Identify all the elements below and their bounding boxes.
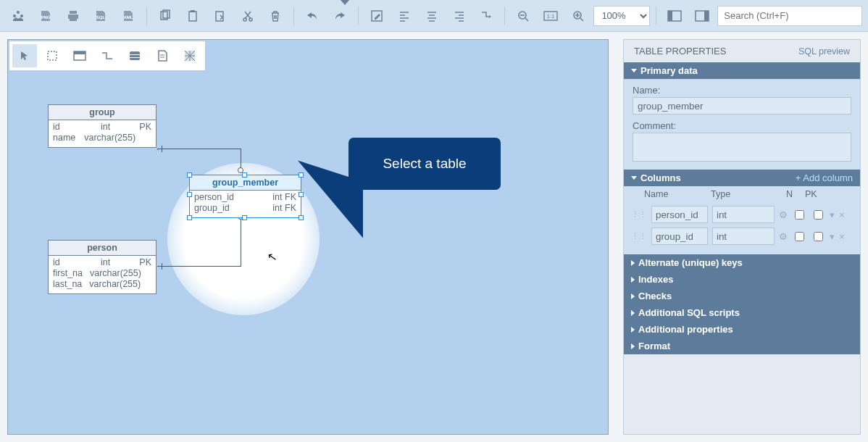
svg-text:1:1: 1:1 <box>547 13 556 20</box>
export-xml-icon[interactable]: XML <box>116 4 141 28</box>
panel-left-icon[interactable] <box>662 4 687 28</box>
main-toolbar: PNG SQL XML 1:1 100% <box>0 0 868 32</box>
zoom-select[interactable]: 100% <box>593 6 650 26</box>
zoom-reset-icon[interactable]: 1:1 <box>538 4 563 28</box>
export-sql-icon[interactable]: SQL <box>88 4 113 28</box>
paste-icon[interactable] <box>180 4 205 28</box>
delete-icon[interactable] <box>263 4 288 28</box>
svg-point-8 <box>243 18 246 21</box>
align-center-icon[interactable] <box>420 4 444 28</box>
search-input[interactable] <box>717 6 862 26</box>
svg-text:XML: XML <box>124 15 133 20</box>
svg-rect-18 <box>704 11 709 21</box>
redo-icon[interactable] <box>327 4 352 28</box>
svg-rect-16 <box>668 11 672 21</box>
export-png-icon[interactable]: PNG <box>33 4 58 28</box>
copy-icon[interactable] <box>153 4 178 28</box>
align-right-icon[interactable] <box>447 4 472 28</box>
export-image-icon[interactable] <box>6 4 30 28</box>
svg-rect-5 <box>189 12 196 21</box>
edit-icon[interactable] <box>364 4 389 28</box>
svg-rect-6 <box>191 10 195 12</box>
svg-text:PNG: PNG <box>41 15 50 20</box>
undo-icon[interactable] <box>300 4 325 28</box>
cut-icon[interactable] <box>235 4 260 28</box>
print-icon[interactable] <box>61 4 85 28</box>
insertion-marker <box>341 0 349 5</box>
panel-right-icon[interactable] <box>690 4 714 28</box>
align-left-icon[interactable] <box>392 4 417 28</box>
route-icon[interactable] <box>475 4 499 28</box>
paste-style-icon[interactable] <box>208 4 233 28</box>
zoom-out-icon[interactable] <box>511 4 535 28</box>
svg-point-9 <box>249 18 252 21</box>
svg-text:SQL: SQL <box>96 15 106 20</box>
zoom-in-icon[interactable] <box>566 4 591 28</box>
